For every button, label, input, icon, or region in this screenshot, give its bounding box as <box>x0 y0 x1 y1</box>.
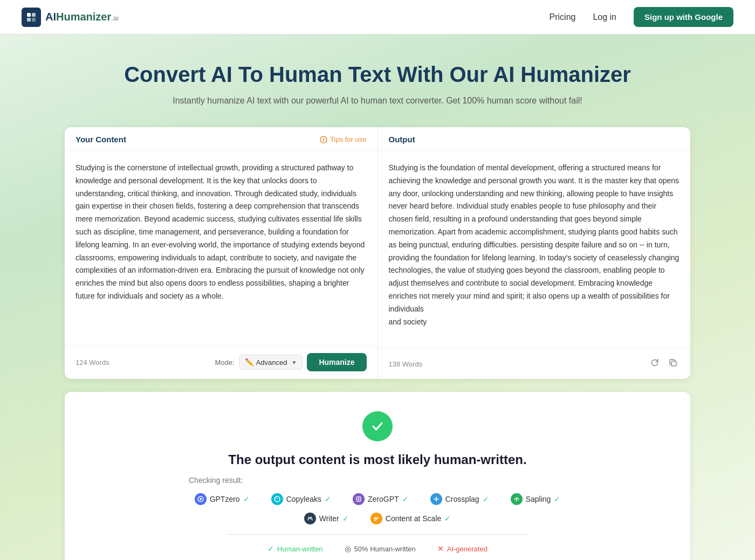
mode-icon: ✏️ <box>245 358 254 367</box>
output-label: Output <box>389 135 415 144</box>
tips-icon <box>320 136 327 143</box>
refresh-icon <box>650 358 659 367</box>
output-text-content: Studying is the foundation of mental dev… <box>389 163 680 326</box>
svg-point-8 <box>274 496 280 502</box>
input-text-area[interactable]: Studying is the cornerstone of intellect… <box>65 151 378 345</box>
output-text-area: Studying is the foundation of mental dev… <box>378 151 691 348</box>
input-pane-header: Your Content Tips for use <box>65 127 378 151</box>
output-pane: Output Studying is the foundation of men… <box>378 127 691 379</box>
main-content: Convert AI To Human Text With Our AI Hum… <box>32 34 723 560</box>
editor-section: Your Content Tips for use Studying is th… <box>65 127 690 379</box>
dropdown-chevron-icon: ▼ <box>291 359 297 365</box>
writer-logo <box>304 513 316 524</box>
svg-rect-2 <box>27 18 31 22</box>
result-section: The output content is most likely human-… <box>65 392 690 560</box>
gptzero-check: ✓ <box>243 495 250 503</box>
content-at-scale-check: ✓ <box>444 514 451 523</box>
checker-zerogpt: ZeroGPT ✓ <box>353 493 409 505</box>
zerogpt-logo <box>353 493 365 505</box>
output-footer: 138 Words <box>378 348 691 379</box>
input-word-count: 124 Words <box>76 358 109 367</box>
legend-human-icon: ✓ <box>267 544 274 553</box>
legend-mixed-label: 50% Human-written <box>354 545 416 553</box>
checker-content-at-scale: Content at Scale ✓ <box>370 513 451 524</box>
svg-rect-3 <box>32 18 36 22</box>
humanize-button[interactable]: Humanize <box>307 353 366 371</box>
input-footer: 124 Words Mode: ✏️ Advanced ▼ Humanize <box>65 345 378 379</box>
sapling-label: Sapling <box>526 495 551 503</box>
svg-rect-1 <box>32 13 36 17</box>
signup-button[interactable]: Sign up with Google <box>634 7 733 27</box>
sapling-check: ✓ <box>554 495 560 503</box>
your-content-label: Your Content <box>76 135 126 144</box>
copy-icon <box>669 358 677 367</box>
checker-sapling: Sapling ✓ <box>511 493 561 505</box>
tips-label: Tips for use <box>330 135 366 143</box>
header: AIHumanizer.ai Pricing Log in Sign up wi… <box>0 0 755 34</box>
result-check-icon <box>362 411 393 441</box>
svg-rect-5 <box>671 361 676 366</box>
checker-row-2: Writer ✓ Content at Scale ✓ <box>189 513 566 524</box>
zerogpt-check: ✓ <box>402 495 409 503</box>
copyleaks-label: Copyleaks <box>286 495 321 503</box>
sapling-logo <box>511 493 523 505</box>
legend-ai-label: AI-generated <box>447 545 488 553</box>
legend-divider <box>226 534 528 535</box>
crossplag-check: ✓ <box>483 495 489 503</box>
mode-dropdown[interactable]: ✏️ Advanced ▼ <box>239 355 303 370</box>
writer-label: Writer <box>319 514 339 523</box>
legend-ai: ✕ AI-generated <box>437 544 488 553</box>
svg-point-7 <box>200 498 202 500</box>
pricing-link[interactable]: Pricing <box>550 12 576 22</box>
logo-icon <box>22 8 41 27</box>
logo-humanizer-text: Humanizer <box>56 11 111 23</box>
copyleaks-logo <box>271 493 283 505</box>
legend-mixed: ◎ 50% Human-written <box>345 544 416 553</box>
logo[interactable]: AIHumanizer.ai <box>22 8 119 27</box>
gptzero-logo <box>195 493 207 505</box>
refresh-button[interactable] <box>648 356 661 371</box>
svg-rect-11 <box>374 519 378 520</box>
legend-mixed-icon: ◎ <box>345 544 351 553</box>
checking-label: Checking result: <box>189 476 566 485</box>
logo-suffix-text: .ai <box>111 14 119 22</box>
svg-rect-10 <box>374 517 379 518</box>
result-title: The output content is most likely human-… <box>86 452 669 467</box>
input-text-content: Studying is the cornerstone of intellect… <box>76 163 365 300</box>
hero-title: Convert AI To Human Text With Our AI Hum… <box>65 61 690 87</box>
checker-gptzero: GPTzero ✓ <box>195 493 250 505</box>
crossplag-label: Crossplag <box>445 495 479 503</box>
copy-button[interactable] <box>667 356 680 371</box>
checker-writer: Writer ✓ <box>304 513 349 524</box>
output-word-count: 138 Words <box>389 360 423 368</box>
content-at-scale-label: Content at Scale <box>386 514 442 523</box>
checker-row-1: GPTzero ✓ Copyleaks ✓ ZeroGPT <box>189 493 566 505</box>
mode-label: Mode: <box>215 358 235 367</box>
legend-row: ✓ Human-written ◎ 50% Human-written ✕ AI… <box>189 544 566 553</box>
mode-value: Advanced <box>256 358 287 367</box>
zerogpt-label: ZeroGPT <box>368 495 399 503</box>
output-pane-header: Output <box>378 127 691 151</box>
hero-subtitle: Instantly humanize AI text with our powe… <box>65 96 690 106</box>
checkmark-icon <box>370 419 385 434</box>
checker-copyleaks: Copyleaks ✓ <box>271 493 331 505</box>
header-nav: Pricing Log in Sign up with Google <box>550 7 733 27</box>
legend-ai-icon: ✕ <box>437 544 444 553</box>
legend-human: ✓ Human-written <box>267 544 323 553</box>
writer-check: ✓ <box>342 514 349 523</box>
login-link[interactable]: Log in <box>593 12 616 22</box>
copyleaks-check: ✓ <box>325 495 331 503</box>
mode-selector: Mode: ✏️ Advanced ▼ Humanize <box>215 353 367 371</box>
legend-human-label: Human-written <box>277 545 323 553</box>
svg-rect-0 <box>27 13 31 17</box>
crossplag-logo <box>430 493 442 505</box>
svg-rect-12 <box>374 520 376 521</box>
gptzero-label: GPTzero <box>210 495 240 503</box>
output-actions <box>648 356 680 371</box>
checker-crossplag: Crossplag ✓ <box>430 493 489 505</box>
input-pane: Your Content Tips for use Studying is th… <box>65 127 378 379</box>
tips-link[interactable]: Tips for use <box>320 135 366 143</box>
logo-ai-text: AI <box>45 11 56 23</box>
content-at-scale-logo <box>370 513 382 524</box>
